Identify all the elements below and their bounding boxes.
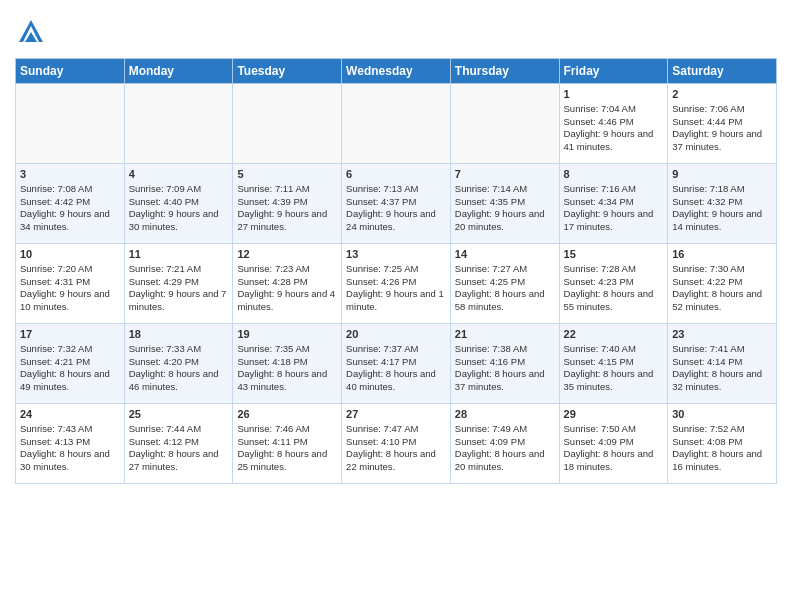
day-number: 17	[20, 327, 120, 342]
calendar-cell	[450, 84, 559, 164]
calendar-cell: 24Sunrise: 7:43 AMSunset: 4:13 PMDayligh…	[16, 404, 125, 484]
logo	[15, 14, 51, 52]
logo-icon	[15, 16, 47, 52]
day-number: 18	[129, 327, 229, 342]
calendar-table: SundayMondayTuesdayWednesdayThursdayFrid…	[15, 58, 777, 484]
sunset-text: Sunset: 4:09 PM	[564, 436, 634, 447]
calendar-cell: 2Sunrise: 7:06 AMSunset: 4:44 PMDaylight…	[668, 84, 777, 164]
daylight-text: Daylight: 8 hours and 58 minutes.	[455, 288, 545, 312]
sunrise-text: Sunrise: 7:25 AM	[346, 263, 418, 274]
daylight-text: Daylight: 9 hours and 34 minutes.	[20, 208, 110, 232]
sunset-text: Sunset: 4:39 PM	[237, 196, 307, 207]
sunrise-text: Sunrise: 7:28 AM	[564, 263, 636, 274]
day-header: Tuesday	[233, 59, 342, 84]
calendar-cell: 22Sunrise: 7:40 AMSunset: 4:15 PMDayligh…	[559, 324, 668, 404]
sunset-text: Sunset: 4:17 PM	[346, 356, 416, 367]
calendar-cell: 9Sunrise: 7:18 AMSunset: 4:32 PMDaylight…	[668, 164, 777, 244]
daylight-text: Daylight: 8 hours and 52 minutes.	[672, 288, 762, 312]
sunset-text: Sunset: 4:44 PM	[672, 116, 742, 127]
sunrise-text: Sunrise: 7:09 AM	[129, 183, 201, 194]
day-number: 2	[672, 87, 772, 102]
sunset-text: Sunset: 4:15 PM	[564, 356, 634, 367]
calendar-cell: 12Sunrise: 7:23 AMSunset: 4:28 PMDayligh…	[233, 244, 342, 324]
daylight-text: Daylight: 8 hours and 37 minutes.	[455, 368, 545, 392]
calendar-week-row: 17Sunrise: 7:32 AMSunset: 4:21 PMDayligh…	[16, 324, 777, 404]
day-number: 30	[672, 407, 772, 422]
daylight-text: Daylight: 9 hours and 27 minutes.	[237, 208, 327, 232]
calendar-cell: 8Sunrise: 7:16 AMSunset: 4:34 PMDaylight…	[559, 164, 668, 244]
day-number: 24	[20, 407, 120, 422]
calendar-cell: 11Sunrise: 7:21 AMSunset: 4:29 PMDayligh…	[124, 244, 233, 324]
day-number: 15	[564, 247, 664, 262]
page-container: SundayMondayTuesdayWednesdayThursdayFrid…	[0, 0, 792, 489]
sunset-text: Sunset: 4:23 PM	[564, 276, 634, 287]
daylight-text: Daylight: 8 hours and 25 minutes.	[237, 448, 327, 472]
calendar-cell: 23Sunrise: 7:41 AMSunset: 4:14 PMDayligh…	[668, 324, 777, 404]
calendar-cell: 4Sunrise: 7:09 AMSunset: 4:40 PMDaylight…	[124, 164, 233, 244]
sunset-text: Sunset: 4:32 PM	[672, 196, 742, 207]
day-number: 23	[672, 327, 772, 342]
day-number: 19	[237, 327, 337, 342]
day-number: 9	[672, 167, 772, 182]
daylight-text: Daylight: 9 hours and 17 minutes.	[564, 208, 654, 232]
daylight-text: Daylight: 8 hours and 43 minutes.	[237, 368, 327, 392]
calendar-cell: 17Sunrise: 7:32 AMSunset: 4:21 PMDayligh…	[16, 324, 125, 404]
daylight-text: Daylight: 8 hours and 16 minutes.	[672, 448, 762, 472]
calendar-cell: 10Sunrise: 7:20 AMSunset: 4:31 PMDayligh…	[16, 244, 125, 324]
sunrise-text: Sunrise: 7:30 AM	[672, 263, 744, 274]
daylight-text: Daylight: 9 hours and 10 minutes.	[20, 288, 110, 312]
sunset-text: Sunset: 4:10 PM	[346, 436, 416, 447]
daylight-text: Daylight: 8 hours and 49 minutes.	[20, 368, 110, 392]
day-number: 16	[672, 247, 772, 262]
day-number: 28	[455, 407, 555, 422]
daylight-text: Daylight: 8 hours and 20 minutes.	[455, 448, 545, 472]
daylight-text: Daylight: 9 hours and 24 minutes.	[346, 208, 436, 232]
sunset-text: Sunset: 4:12 PM	[129, 436, 199, 447]
sunrise-text: Sunrise: 7:46 AM	[237, 423, 309, 434]
sunset-text: Sunset: 4:22 PM	[672, 276, 742, 287]
daylight-text: Daylight: 8 hours and 46 minutes.	[129, 368, 219, 392]
day-number: 7	[455, 167, 555, 182]
day-number: 5	[237, 167, 337, 182]
daylight-text: Daylight: 8 hours and 18 minutes.	[564, 448, 654, 472]
sunset-text: Sunset: 4:34 PM	[564, 196, 634, 207]
day-header: Wednesday	[342, 59, 451, 84]
daylight-text: Daylight: 9 hours and 7 minutes.	[129, 288, 227, 312]
sunset-text: Sunset: 4:09 PM	[455, 436, 525, 447]
sunrise-text: Sunrise: 7:21 AM	[129, 263, 201, 274]
day-number: 1	[564, 87, 664, 102]
sunset-text: Sunset: 4:13 PM	[20, 436, 90, 447]
calendar-cell: 20Sunrise: 7:37 AMSunset: 4:17 PMDayligh…	[342, 324, 451, 404]
sunset-text: Sunset: 4:14 PM	[672, 356, 742, 367]
daylight-text: Daylight: 9 hours and 30 minutes.	[129, 208, 219, 232]
day-number: 14	[455, 247, 555, 262]
day-number: 22	[564, 327, 664, 342]
sunrise-text: Sunrise: 7:44 AM	[129, 423, 201, 434]
calendar-cell: 28Sunrise: 7:49 AMSunset: 4:09 PMDayligh…	[450, 404, 559, 484]
calendar-week-row: 10Sunrise: 7:20 AMSunset: 4:31 PMDayligh…	[16, 244, 777, 324]
sunrise-text: Sunrise: 7:13 AM	[346, 183, 418, 194]
sunset-text: Sunset: 4:18 PM	[237, 356, 307, 367]
calendar-cell: 26Sunrise: 7:46 AMSunset: 4:11 PMDayligh…	[233, 404, 342, 484]
day-number: 27	[346, 407, 446, 422]
calendar-cell: 14Sunrise: 7:27 AMSunset: 4:25 PMDayligh…	[450, 244, 559, 324]
daylight-text: Daylight: 9 hours and 41 minutes.	[564, 128, 654, 152]
calendar-cell	[233, 84, 342, 164]
calendar-cell: 7Sunrise: 7:14 AMSunset: 4:35 PMDaylight…	[450, 164, 559, 244]
sunrise-text: Sunrise: 7:47 AM	[346, 423, 418, 434]
day-number: 4	[129, 167, 229, 182]
sunset-text: Sunset: 4:29 PM	[129, 276, 199, 287]
day-header: Saturday	[668, 59, 777, 84]
day-header: Thursday	[450, 59, 559, 84]
calendar-week-row: 1Sunrise: 7:04 AMSunset: 4:46 PMDaylight…	[16, 84, 777, 164]
header	[15, 10, 777, 52]
sunrise-text: Sunrise: 7:40 AM	[564, 343, 636, 354]
day-number: 20	[346, 327, 446, 342]
daylight-text: Daylight: 8 hours and 32 minutes.	[672, 368, 762, 392]
calendar-cell: 18Sunrise: 7:33 AMSunset: 4:20 PMDayligh…	[124, 324, 233, 404]
daylight-text: Daylight: 8 hours and 35 minutes.	[564, 368, 654, 392]
day-number: 6	[346, 167, 446, 182]
sunset-text: Sunset: 4:46 PM	[564, 116, 634, 127]
sunset-text: Sunset: 4:08 PM	[672, 436, 742, 447]
sunset-text: Sunset: 4:25 PM	[455, 276, 525, 287]
